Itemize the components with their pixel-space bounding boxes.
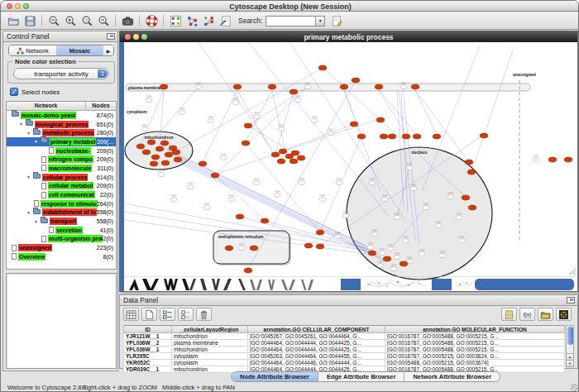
network-node-selected[interactable] [462,195,470,200]
network-node-selected[interactable] [375,84,383,89]
table-cell[interactable]: mitochondrion [172,347,248,353]
network-node-selected[interactable] [136,144,145,149]
table-cell[interactable]: [GO:0016787, GO:0005488, GO:0005215, G..… [385,333,565,340]
network-node[interactable] [334,234,341,238]
network-node[interactable] [228,197,235,201]
table-cell[interactable]: YLR295C [124,353,172,360]
scrollbar-thumb[interactable] [567,327,573,345]
column-header[interactable]: annotation.GO CELLULAR_COMPONENT [248,326,385,333]
function-builder-icon[interactable]: f(x) [519,308,535,321]
network-node-selected[interactable] [199,161,207,166]
frame-resize-grip-icon[interactable] [569,268,576,275]
network-node-selected[interactable] [340,84,348,89]
window-titlebar[interactable]: Cytoscape Desktop (New Session) [1,1,579,12]
network-node-selected[interactable] [402,134,410,139]
network-node-selected[interactable] [376,117,385,122]
network-node-selected[interactable] [165,152,173,157]
network-node[interactable] [158,172,165,176]
network-overview-icon[interactable] [167,13,184,29]
network-node[interactable] [342,213,349,218]
network-node[interactable] [208,118,214,122]
network-node[interactable] [294,98,301,102]
network-node-selected[interactable] [290,89,298,94]
network-node[interactable] [371,232,378,236]
network-node-selected[interactable] [244,123,252,128]
table-cell[interactable]: mitochondrion [172,333,248,340]
table-row[interactable]: YJR121W__1mitochondrion[GO:0045267, GO:0… [124,333,565,340]
network-node-selected[interactable] [268,84,276,89]
attribute-table-icon[interactable] [123,308,139,321]
tree-row[interactable]: ▼primary metabol209(... [7,137,116,146]
network-node-selected[interactable] [160,141,169,146]
select-attributes-icon[interactable] [160,308,175,321]
network-frame-titlebar[interactable]: primary metabolic process [120,31,577,42]
network-edges-icon[interactable] [200,13,217,29]
birdseye-view[interactable] [6,273,117,369]
tab-node-attribute-browser[interactable]: Node Attribute Browser [232,372,318,381]
import-attributes-icon[interactable] [538,308,553,321]
tree-row[interactable]: multi-organism pro42(0) [7,235,116,244]
network-node[interactable] [232,100,239,104]
network-node[interactable] [387,246,394,251]
network-node-selected[interactable] [225,246,233,251]
network-node-selected[interactable] [172,150,180,155]
expand-arrow-icon[interactable]: ▼ [34,139,41,144]
tree-row[interactable]: mosaic-demo-yeast874(0) [7,111,116,120]
annotation-icon[interactable] [217,13,233,29]
float-panel-icon[interactable] [107,33,115,40]
network-node-selected[interactable] [150,161,158,166]
network-node[interactable] [187,184,194,189]
column-header[interactable]: ID [124,326,172,333]
table-cell[interactable]: [GO:0005488, GO:0005215, GO:0003674] [385,360,565,366]
delete-attribute-icon[interactable] [196,308,212,321]
network-node[interactable] [304,84,311,88]
notes-icon[interactable] [501,308,517,321]
table-cell[interactable]: plasma membrane [172,340,248,347]
zoom-out-icon[interactable] [45,13,62,29]
tree-row[interactable]: unassigned223(0) [7,243,116,252]
network-node-selected[interactable] [352,78,360,83]
tab-scroll-arrow-icon[interactable]: ▶ [103,45,113,55]
table-scrollbar[interactable]: ▲ ▼ [566,325,574,367]
network-node[interactable] [170,197,177,201]
zoom-selected-icon[interactable] [79,13,95,29]
tree-row[interactable]: ▼establishment of lo558(0) [7,208,116,218]
network-node-selected[interactable] [156,146,164,151]
network-canvas[interactable]: plasma membranecytoplasmmitochondrionnuc… [120,42,577,291]
network-node[interactable] [394,255,400,259]
tree-row[interactable]: ▼cellular process614(0) [7,173,116,182]
network-node[interactable] [274,193,280,197]
network-node-selected[interactable] [261,218,269,223]
network-node-selected[interactable] [350,122,358,127]
table-row[interactable]: YKR052Ccytoplasm[GO:0044464, GO:0044446,… [124,360,565,366]
network-node-selected[interactable] [465,160,473,165]
network-node[interactable] [377,263,384,267]
select-nodes-checkbox[interactable]: ✓ [10,88,18,96]
tree-row[interactable]: cellular metabol209(0) [7,182,116,191]
unselect-attributes-icon[interactable] [178,308,194,321]
network-node[interactable] [447,194,454,198]
network-node-selected[interactable] [304,243,313,248]
create-attribute-icon[interactable] [141,308,157,321]
network-node[interactable] [299,180,305,184]
expand-arrow-icon[interactable]: ▼ [34,219,41,224]
network-node-selected[interactable] [383,256,391,261]
tree-row[interactable]: secretion41(0) [7,226,116,235]
network-node-selected[interactable] [467,170,476,174]
tree-row[interactable]: ▼metabolic process280(0) [7,128,116,137]
network-node[interactable] [394,215,400,219]
table-cell[interactable]: [GO:0016787, GO:0005488, GO:0005215, G..… [385,340,565,347]
network-node[interactable] [238,246,245,250]
network-node-selected[interactable] [290,159,298,164]
tree-header-nodes[interactable]: Nodes [86,102,116,110]
tree-row[interactable]: nitrogen compo209(0) [7,155,116,164]
network-node[interactable] [381,197,388,201]
network-node[interactable] [410,186,417,190]
network-node[interactable] [458,238,465,242]
network-node[interactable] [141,127,148,131]
tab-mosaic[interactable]: Mosaic [56,45,103,55]
table-cell[interactable]: [GO:0016787, GO:0005215, GO:0003824, G..… [385,353,565,360]
expand-arrow-icon[interactable]: ▼ [26,210,33,215]
table-cell[interactable]: YPL036W__1 [124,347,172,353]
expand-arrow-icon[interactable]: ▼ [26,174,33,179]
